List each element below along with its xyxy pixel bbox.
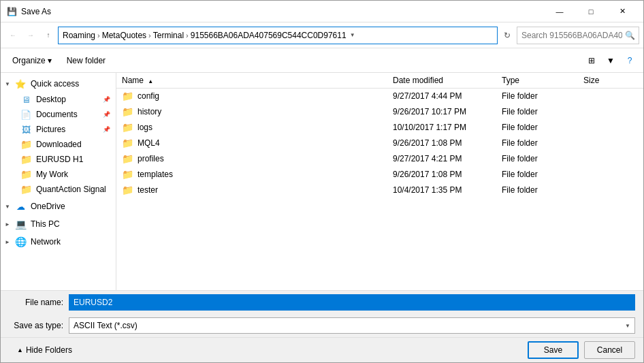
hide-folders-button[interactable]: ▲ Hide Folders xyxy=(9,343,80,357)
hide-folders-label: Hide Folders xyxy=(26,345,72,355)
column-date[interactable]: Date modified xyxy=(393,76,502,85)
breadcrumb-sep-3: › xyxy=(186,31,189,40)
filename-input[interactable] xyxy=(69,294,635,311)
view-button[interactable]: ⊞ xyxy=(583,52,600,69)
help-icon: ? xyxy=(628,56,632,65)
up-button[interactable]: ↑ xyxy=(40,27,57,44)
quick-access-label: Quick access xyxy=(31,79,79,89)
file-name-text: tester xyxy=(138,185,158,195)
help-button[interactable]: ? xyxy=(622,52,638,69)
folder-icon: 📁 xyxy=(122,122,133,133)
column-size[interactable]: Size xyxy=(583,76,638,85)
sidebar-item-downloaded-label: Downloaded xyxy=(36,140,82,149)
title-text: Save As xyxy=(21,7,544,16)
folder-icon: 📁 xyxy=(122,169,133,180)
column-name[interactable]: Name ▲ xyxy=(122,76,393,85)
forward-button[interactable]: → xyxy=(22,27,39,44)
file-name-text: history xyxy=(138,107,161,116)
sidebar-item-documents-label: Documents xyxy=(36,110,78,119)
filename-row: File name: xyxy=(1,291,643,314)
breadcrumb[interactable]: Roaming › MetaQuotes › Terminal › 915566… xyxy=(58,27,498,44)
file-date-text: 9/26/2017 1:08 PM xyxy=(393,138,502,148)
folder-icon: 📁 xyxy=(122,138,133,148)
column-name-label: Name xyxy=(122,76,144,85)
network-icon: 🌐 xyxy=(14,236,27,247)
sidebar-item-mywork[interactable]: 📁 My Work xyxy=(1,167,116,182)
search-input[interactable] xyxy=(517,27,639,44)
breadcrumb-dropdown-button[interactable]: ▼ xyxy=(347,27,359,44)
table-row[interactable]: 📁 config 9/27/2017 4:44 PM File folder xyxy=(116,89,643,104)
file-list-header: Name ▲ Date modified Type Size xyxy=(116,73,643,89)
table-row[interactable]: 📁 MQL4 9/26/2017 1:08 PM File folder xyxy=(116,136,643,151)
window-controls: — □ ✕ xyxy=(544,1,638,22)
refresh-button[interactable]: ↻ xyxy=(499,27,515,44)
thispc-icon: 💻 xyxy=(14,219,27,230)
table-row[interactable]: 📁 tester 10/4/2017 1:35 PM File folder xyxy=(116,183,643,198)
savetype-row: Save as type: ASCII Text (*.csv) ▼ xyxy=(1,314,643,337)
table-row[interactable]: 📁 history 9/26/2017 10:17 PM File folder xyxy=(116,104,643,120)
file-name-text: logs xyxy=(138,123,152,132)
address-bar: ← → ↑ Roaming › MetaQuotes › Terminal › … xyxy=(1,22,643,48)
breadcrumb-sep-2: › xyxy=(148,31,151,40)
sidebar-item-quantaction[interactable]: 📁 QuantAction Signal xyxy=(1,182,116,197)
savetype-select[interactable]: ASCII Text (*.csv) ▼ xyxy=(69,317,635,334)
file-date-text: 10/4/2017 1:35 PM xyxy=(393,185,502,195)
file-date-text: 10/10/2017 1:17 PM xyxy=(393,123,502,132)
sidebar-item-eurusd[interactable]: 📁 EURUSD H1 xyxy=(1,152,116,167)
pin-pictures-icon: 📌 xyxy=(103,126,110,133)
file-name-text: MQL4 xyxy=(138,138,160,148)
quick-access-header[interactable]: ▼ ⭐ Quick access xyxy=(1,76,116,92)
onedrive-header[interactable]: ▼ ☁ OneDrive xyxy=(1,198,116,215)
thispc-header[interactable]: ► 💻 This PC xyxy=(1,216,116,232)
hide-folders-chevron-icon: ▲ xyxy=(17,347,23,353)
onedrive-label: OneDrive xyxy=(31,202,65,211)
bottom-bar: File name: Save as type: ASCII Text (*.c… xyxy=(1,290,643,362)
file-type-text: File folder xyxy=(502,138,583,148)
form-buttons: ▲ Hide Folders Save Cancel xyxy=(1,337,643,362)
file-name-text: config xyxy=(138,91,159,101)
sidebar-item-mywork-label: My Work xyxy=(36,170,68,179)
sidebar-item-desktop[interactable]: 🖥 Desktop 📌 xyxy=(1,92,116,107)
pin-documents-icon: 📌 xyxy=(103,111,110,118)
table-row[interactable]: 📁 templates 9/26/2017 1:08 PM File folde… xyxy=(116,167,643,183)
view-arrow-button[interactable]: ▼ xyxy=(602,52,619,69)
column-type[interactable]: Type xyxy=(502,76,583,85)
sidebar: ▼ ⭐ Quick access 🖥 Desktop 📌 📄 Documents… xyxy=(1,73,116,290)
thispc-label: This PC xyxy=(31,219,60,229)
quick-access-collapse-icon: ▼ xyxy=(5,81,12,87)
table-row[interactable]: 📁 logs 10/10/2017 1:17 PM File folder xyxy=(116,120,643,136)
sidebar-item-documents[interactable]: 📄 Documents 📌 xyxy=(1,107,116,122)
title-bar: 💾 Save As — □ ✕ xyxy=(1,1,643,22)
breadcrumb-terminal: Terminal xyxy=(153,31,184,40)
pictures-icon: 🖼 xyxy=(20,124,32,135)
quantaction-icon: 📁 xyxy=(20,184,32,195)
network-header[interactable]: ► 🌐 Network xyxy=(1,234,116,250)
table-row[interactable]: 📁 profiles 9/27/2017 4:21 PM File folder xyxy=(116,151,643,167)
sidebar-item-eurusd-label: EURUSD H1 xyxy=(36,155,83,164)
maximize-button[interactable]: □ xyxy=(575,1,607,22)
sort-arrow-icon: ▲ xyxy=(148,78,153,84)
save-button[interactable]: Save xyxy=(528,341,579,359)
sidebar-item-downloaded[interactable]: 📁 Downloaded xyxy=(1,137,116,152)
main-area: ▼ ⭐ Quick access 🖥 Desktop 📌 📄 Documents… xyxy=(1,73,643,290)
organize-button[interactable]: Organize ▾ xyxy=(6,52,58,69)
network-label: Network xyxy=(31,237,61,247)
minimize-button[interactable]: — xyxy=(544,1,575,22)
column-size-label: Size xyxy=(583,76,599,85)
close-button[interactable]: ✕ xyxy=(607,1,638,22)
folder-icon: 📁 xyxy=(122,106,133,117)
save-label: Save xyxy=(544,345,562,355)
title-icon: 💾 xyxy=(6,6,17,17)
sidebar-item-quantaction-label: QuantAction Signal xyxy=(36,185,106,194)
search-wrapper: 🔍 xyxy=(517,27,639,44)
downloaded-icon: 📁 xyxy=(20,139,32,150)
back-button[interactable]: ← xyxy=(5,27,21,44)
file-name-text: profiles xyxy=(138,154,164,163)
cancel-button[interactable]: Cancel xyxy=(584,341,635,359)
onedrive-collapse-icon: ▼ xyxy=(5,204,12,210)
new-folder-label: New folder xyxy=(67,56,106,65)
folder-icon: 📁 xyxy=(122,91,133,101)
sidebar-item-pictures-label: Pictures xyxy=(36,125,65,134)
sidebar-item-pictures[interactable]: 🖼 Pictures 📌 xyxy=(1,122,116,137)
new-folder-button[interactable]: New folder xyxy=(61,52,112,69)
